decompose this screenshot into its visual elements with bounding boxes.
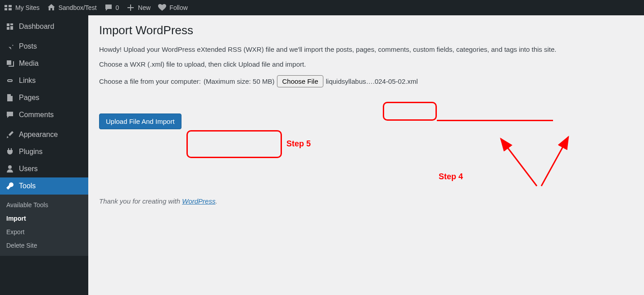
plus-icon	[126, 3, 135, 12]
annotation-arrows	[177, 31, 644, 295]
sidebar-label: Comments	[19, 111, 54, 119]
link-icon	[5, 76, 14, 85]
sidebar-item-users[interactable]: Users	[0, 160, 88, 177]
sidebar-item-dashboard[interactable]: Dashboard	[0, 18, 88, 35]
plugin-icon	[5, 147, 14, 156]
follow-label: Follow	[169, 4, 187, 11]
intro-text: Howdy! Upload your WordPress eXtended RS…	[99, 45, 633, 53]
file-row: Choose a file from your computer: (Maxim…	[99, 75, 633, 87]
dashboard-icon	[5, 22, 14, 31]
submenu-delete-site[interactable]: Delete Site	[0, 239, 88, 252]
sidebar-label: Tools	[19, 182, 36, 190]
sidebar-item-links[interactable]: Links	[0, 72, 88, 89]
submenu-available-tools[interactable]: Available Tools	[0, 198, 88, 212]
wrench-icon	[5, 182, 14, 191]
my-sites-menu[interactable]: My Sites	[4, 3, 40, 12]
sidebar-label: Links	[19, 77, 36, 85]
comment-icon	[5, 110, 14, 119]
annotation-step5-label: Step 5	[286, 139, 311, 149]
media-icon	[5, 59, 14, 68]
sidebar-item-comments[interactable]: Comments	[0, 106, 88, 123]
comments-count: 0	[116, 4, 119, 11]
sidebar-label: Plugins	[19, 148, 42, 156]
selected-filename: liquidsyllabus….024-05-02.xml	[326, 77, 418, 85]
choose-file-button[interactable]: Choose File	[277, 75, 323, 87]
sidebar-item-plugins[interactable]: Plugins	[0, 143, 88, 160]
site-menu[interactable]: Sandbox/Test	[47, 3, 97, 12]
submenu-export[interactable]: Export	[0, 225, 88, 239]
pushpin-icon	[5, 42, 14, 51]
wordpress-link[interactable]: WordPress	[182, 197, 215, 205]
page-title: Import WordPress	[99, 23, 633, 37]
comment-icon	[104, 3, 113, 12]
my-sites-label: My Sites	[15, 4, 40, 11]
max-size-text: (Maximum size: 50 MB)	[204, 77, 275, 85]
home-icon	[47, 3, 56, 12]
admin-bar: My Sites Sandbox/Test 0 New Follow	[0, 0, 644, 15]
tools-submenu: Available Tools Import Export Delete Sit…	[0, 195, 88, 256]
footer-credit: Thank you for creating with WordPress.	[99, 197, 218, 205]
sidebar-item-media[interactable]: Media	[0, 55, 88, 72]
upload-file-button[interactable]: Upload File And Import	[99, 113, 181, 129]
new-menu[interactable]: New	[126, 3, 150, 12]
annotation-step4-label: Step 4	[439, 172, 463, 182]
footer-suffix: .	[215, 197, 217, 205]
user-icon	[5, 164, 14, 173]
annotation-ring-upload	[186, 130, 282, 158]
sidebar-item-pages[interactable]: Pages	[0, 89, 88, 106]
follow-menu[interactable]: Follow	[158, 3, 187, 12]
annotation-underline-filename	[437, 120, 553, 121]
sidebar-label: Users	[19, 165, 38, 173]
sidebar-label: Media	[19, 59, 39, 68]
heart-icon	[158, 3, 167, 12]
sidebar-item-posts[interactable]: Posts	[0, 38, 88, 55]
sidebar-item-tools[interactable]: Tools	[0, 177, 88, 195]
sidebar-label: Dashboard	[19, 23, 54, 31]
footer-prefix: Thank you for creating with	[99, 197, 182, 205]
page-icon	[5, 93, 14, 102]
sites-icon	[4, 3, 13, 12]
new-label: New	[138, 4, 150, 11]
brush-icon	[5, 130, 14, 139]
sidebar-label: Pages	[19, 94, 39, 102]
admin-sidebar: Dashboard Posts Media Links Pages Commen…	[0, 15, 88, 295]
submenu-import[interactable]: Import	[0, 212, 88, 225]
svg-line-1	[501, 139, 537, 186]
sidebar-label: Posts	[19, 42, 37, 50]
choose-label: Choose a file from your computer:	[99, 77, 201, 85]
site-name-label: Sandbox/Test	[59, 4, 97, 11]
comments-menu[interactable]: 0	[104, 3, 119, 12]
sidebar-item-appearance[interactable]: Appearance	[0, 126, 88, 143]
svg-line-2	[541, 137, 568, 186]
annotation-ring-choose	[383, 102, 437, 121]
instruction-text: Choose a WXR (.xml) file to upload, then…	[99, 60, 633, 68]
sidebar-label: Appearance	[19, 131, 58, 139]
main-content: Import WordPress Howdy! Upload your Word…	[88, 15, 644, 295]
